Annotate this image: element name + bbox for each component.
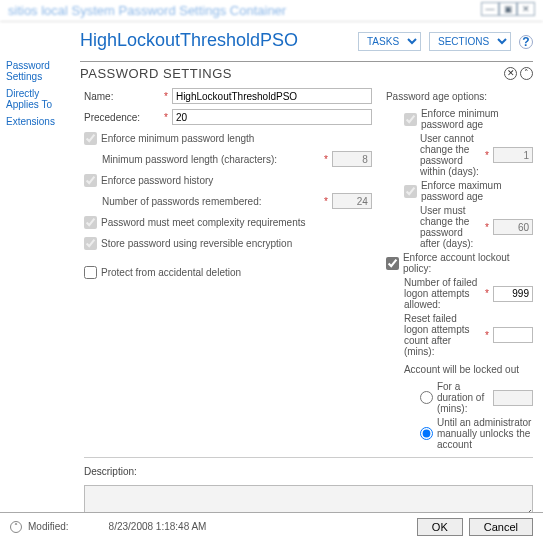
complexity-label: Password must meet complexity requiremen… [101,217,306,228]
name-label: Name: [84,91,160,102]
cancel-button[interactable]: Cancel [469,518,533,536]
required-icon: * [324,154,328,165]
enforce-max-age-label: Enforce maximum password age [421,180,533,202]
required-icon: * [164,112,168,123]
page-title: HighLockoutThresholdPSO [80,30,298,51]
max-age-field[interactable] [493,219,533,235]
required-icon: * [485,222,489,233]
min-length-label: Minimum password length (characters): [102,154,320,165]
description-label: Description: [84,466,160,477]
locked-out-label: Account will be locked out [404,364,519,375]
protect-label: Protect from accidental deletion [101,267,241,278]
enforce-min-length-checkbox[interactable] [84,132,97,145]
sidebar: Password Settings Directly Applies To Ex… [0,22,76,512]
enforce-min-age-label: Enforce minimum password age [421,108,533,130]
enforce-lockout-label: Enforce account lockout policy: [403,252,533,274]
complexity-checkbox[interactable] [84,216,97,229]
duration-field[interactable] [493,390,533,406]
reset-count-field[interactable] [493,327,533,343]
min-length-field[interactable] [332,151,372,167]
enforce-history-label: Enforce password history [101,175,213,186]
ok-button[interactable]: OK [417,518,463,536]
required-icon: * [485,330,489,341]
close-icon[interactable]: ✕ [517,2,535,16]
tasks-dropdown[interactable]: TASKS [358,32,421,51]
chevron-up-icon[interactable]: ˄ [10,521,22,533]
section-password-settings: PASSWORD SETTINGS ✕ ˄ Name: * Precedence… [80,61,533,512]
required-icon: * [324,196,328,207]
enforce-min-length-label: Enforce minimum password length [101,133,254,144]
section-heading: PASSWORD SETTINGS [80,66,501,81]
age-header: Password age options: [386,91,487,102]
sidebar-item-directly-applies[interactable]: Directly Applies To [6,88,72,110]
breadcrumb: sitios local System Password Settings Co… [0,0,543,22]
modified-value: 8/23/2008 1:18:48 AM [109,521,207,532]
history-label: Number of passwords remembered: [102,196,320,207]
collapse-section-icon[interactable]: ˄ [520,67,533,80]
enforce-lockout-checkbox[interactable] [386,257,399,270]
name-field[interactable] [172,88,372,104]
sidebar-item-password-settings[interactable]: Password Settings [6,60,72,82]
until-admin-radio[interactable] [420,427,433,440]
sections-dropdown[interactable]: SECTIONS [429,32,511,51]
reset-count-label: Reset failed logon attempts count after … [404,313,481,357]
breadcrumb-text: sitios local System Password Settings Co… [8,3,286,18]
history-field[interactable] [332,193,372,209]
footer: ˄ Modified: 8/23/2008 1:18:48 AM OK Canc… [0,512,543,540]
min-icon[interactable]: — [481,2,499,16]
duration-label: For a duration of (mins): [437,381,493,414]
until-admin-label: Until an administrator manually unlocks … [437,417,533,450]
failed-attempts-label: Number of failed logon attempts allowed: [404,277,481,310]
help-icon[interactable]: ? [519,35,533,49]
enforce-history-checkbox[interactable] [84,174,97,187]
enforce-max-age-checkbox[interactable] [404,185,417,198]
modified-label: Modified: [28,521,69,532]
description-field[interactable] [84,485,533,512]
min-age-label: User cannot change the password within (… [420,133,481,177]
protect-checkbox[interactable] [84,266,97,279]
reversible-checkbox[interactable] [84,237,97,250]
min-age-field[interactable] [493,147,533,163]
close-section-icon[interactable]: ✕ [504,67,517,80]
required-icon: * [164,91,168,102]
duration-radio[interactable] [420,391,433,404]
precedence-field[interactable] [172,109,372,125]
failed-attempts-field[interactable] [493,286,533,302]
required-icon: * [485,150,489,161]
required-icon: * [485,288,489,299]
precedence-label: Precedence: [84,112,160,123]
sidebar-item-extensions[interactable]: Extensions [6,116,72,127]
enforce-min-age-checkbox[interactable] [404,113,417,126]
max-icon[interactable]: ▣ [499,2,517,16]
reversible-label: Store password using reversible encrypti… [101,238,292,249]
max-age-label: User must change the password after (day… [420,205,481,249]
